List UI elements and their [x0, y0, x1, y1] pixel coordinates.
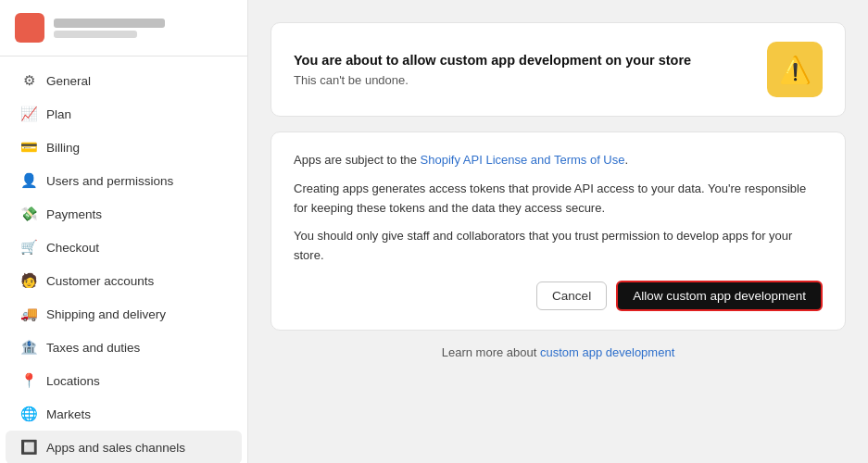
store-name-block [54, 19, 165, 38]
sidebar-item-customer-accounts[interactable]: 🧑 Customer accounts [6, 264, 242, 297]
apps-icon: 🔲 [20, 439, 37, 456]
allow-custom-app-button[interactable]: Allow custom app development [616, 281, 823, 311]
info-body2: You should only give staff and collabora… [294, 227, 823, 266]
checkout-icon: 🛒 [20, 239, 37, 256]
sidebar-item-label: Billing [46, 141, 80, 155]
learn-more-link[interactable]: custom app development [540, 345, 674, 359]
main-content: You are about to allow custom app develo… [248, 0, 868, 463]
cancel-button[interactable]: Cancel [536, 282, 607, 310]
warning-card: You are about to allow custom app develo… [270, 22, 846, 117]
sidebar-item-label: Payments [46, 207, 102, 221]
sidebar-item-taxes-duties[interactable]: 🏦 Taxes and duties [6, 331, 242, 364]
markets-icon: 🌐 [20, 406, 37, 422]
sidebar-item-label: Customer accounts [46, 274, 154, 288]
sidebar-item-label: Apps and sales channels [46, 441, 185, 455]
action-row: Cancel Allow custom app development [294, 281, 823, 311]
sidebar-item-label: Users and permissions [46, 174, 173, 188]
general-icon: ⚙ [20, 72, 37, 89]
store-name-line2 [54, 31, 137, 38]
info-intro-suffix: . [624, 153, 628, 167]
taxes-icon: 🏦 [20, 339, 37, 356]
plan-icon: 📈 [20, 106, 37, 122]
customer-accounts-icon: 🧑 [20, 272, 37, 289]
sidebar-nav: ⚙ General 📈 Plan 💳 Billing 👤 Users and p… [0, 56, 247, 463]
info-intro-prefix: Apps are subject to the [294, 153, 421, 167]
sidebar-item-label: Taxes and duties [46, 341, 140, 355]
info-card: Apps are subject to the Shopify API Lice… [270, 131, 846, 331]
sidebar-item-label: Checkout [46, 241, 99, 255]
store-logo [15, 13, 44, 43]
warning-icon: ⚠️ [767, 42, 823, 97]
sidebar-item-users-permissions[interactable]: 👤 Users and permissions [6, 164, 242, 197]
sidebar-item-payments[interactable]: 💸 Payments [6, 197, 242, 231]
warning-title: You are about to allow custom app develo… [294, 53, 691, 68]
sidebar-item-general[interactable]: ⚙ General [6, 64, 242, 97]
sidebar-item-label: Locations [46, 374, 100, 388]
warning-card-text: You are about to allow custom app develo… [294, 53, 691, 87]
shopify-api-link[interactable]: Shopify API License and Terms of Use [421, 153, 625, 167]
warning-subtitle: This can't be undone. [294, 73, 691, 87]
sidebar-item-label: Markets [46, 407, 91, 421]
info-intro: Apps are subject to the Shopify API Lice… [294, 151, 823, 170]
info-body1: Creating apps generates access tokens th… [294, 180, 823, 219]
sidebar-item-markets[interactable]: 🌐 Markets [6, 397, 242, 431]
sidebar-item-apps-sales-channels[interactable]: 🔲 Apps and sales channels [6, 431, 242, 463]
sidebar-item-plan[interactable]: 📈 Plan [6, 97, 242, 131]
sidebar-item-locations[interactable]: 📍 Locations [6, 364, 242, 397]
sidebar-item-label: Shipping and delivery [46, 307, 166, 321]
sidebar-item-label: Plan [46, 107, 71, 121]
sidebar-item-billing[interactable]: 💳 Billing [6, 131, 242, 164]
learn-more-prefix: Learn more about [442, 345, 540, 359]
sidebar-header [0, 0, 247, 56]
sidebar-item-shipping-delivery[interactable]: 🚚 Shipping and delivery [6, 297, 242, 331]
sidebar: ⚙ General 📈 Plan 💳 Billing 👤 Users and p… [0, 0, 248, 463]
store-name-line1 [54, 19, 165, 28]
payments-icon: 💸 [20, 206, 37, 222]
sidebar-item-checkout[interactable]: 🛒 Checkout [6, 231, 242, 264]
learn-more-row: Learn more about custom app development [270, 345, 846, 359]
billing-icon: 💳 [20, 139, 37, 156]
users-icon: 👤 [20, 172, 37, 189]
locations-icon: 📍 [20, 372, 37, 389]
sidebar-item-label: General [46, 74, 91, 88]
shipping-icon: 🚚 [20, 306, 37, 322]
